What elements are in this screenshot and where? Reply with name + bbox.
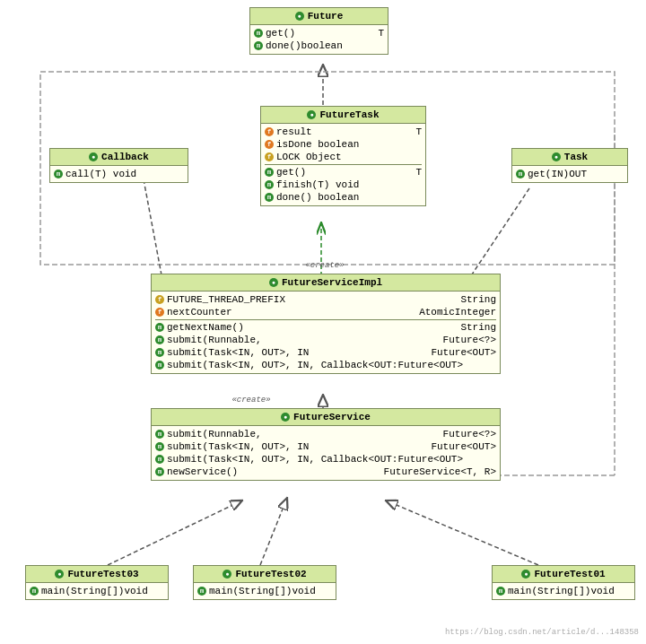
- ft03-method-1: m main(String[])void: [30, 585, 164, 597]
- task-icon: ●: [552, 152, 561, 161]
- futuretest03-class: ● FutureTest03 m main(String[])void: [25, 565, 169, 600]
- watermark: https://blog.csdn.net/article/d...148358: [445, 628, 639, 637]
- futuretest02-name: FutureTest02: [235, 569, 306, 579]
- fsi-method-2: m submit(Runnable, Future<?>: [155, 334, 496, 346]
- callback-header: ● Callback: [50, 149, 188, 166]
- futuretask-field-3: f LOCK Object: [265, 151, 422, 163]
- diagram-container: «create» «create» ● Future m get() T m d…: [0, 0, 646, 644]
- ft02-method-1: m main(String[])void: [197, 585, 332, 597]
- futuretest03-body: m main(String[])void: [26, 583, 168, 599]
- task-method-1: m get(IN)OUT: [516, 168, 624, 180]
- task-body: m get(IN)OUT: [512, 166, 627, 182]
- futureserviceimpl-body: f FUTURE_THREAD_PREFIX String f nextCoun…: [152, 292, 500, 373]
- task-name: Task: [564, 152, 588, 162]
- futuretest02-icon: ●: [223, 570, 231, 579]
- futuretest02-body: m main(String[])void: [194, 583, 336, 599]
- fs-method-2: m submit(Task<IN, OUT>, IN Future<OUT>: [155, 440, 496, 453]
- fs-method-1: m submit(Runnable, Future<?>: [155, 428, 496, 440]
- fs-method-4: m newService() FutureService<T, R>: [155, 466, 496, 478]
- svg-line-7: [108, 500, 242, 565]
- fs-method-3: m submit(Task<IN, OUT>, IN, Callback<OUT…: [155, 453, 496, 466]
- future-class: ● Future m get() T m done()boolean: [249, 7, 388, 55]
- futuretest03-name: FutureTest03: [67, 569, 138, 579]
- futuretask-header: ● FutureTask: [261, 107, 425, 124]
- futuretest01-name: FutureTest01: [534, 569, 605, 579]
- futureserviceimpl-class: ● FutureServiceImpl f FUTURE_THREAD_PREF…: [151, 274, 501, 374]
- futuretest03-header: ● FutureTest03: [26, 566, 168, 583]
- future-icon: ●: [295, 12, 304, 21]
- futureserviceimpl-header: ● FutureServiceImpl: [152, 274, 500, 292]
- futureservice-class: ● FutureService m submit(Runnable, Futur…: [151, 408, 501, 481]
- svg-line-8: [386, 500, 538, 565]
- futuretask-field-2: f isDone boolean: [265, 138, 422, 151]
- futuretask-method-3: m done() boolean: [265, 191, 422, 204]
- future-method-2: m done()boolean: [254, 39, 384, 52]
- svg-text:«create»: «create»: [305, 261, 344, 270]
- callback-method-1: m call(T) void: [54, 168, 184, 180]
- callback-name: Callback: [101, 152, 149, 162]
- future-body: m get() T m done()boolean: [250, 25, 388, 54]
- future-header: ● Future: [250, 8, 388, 25]
- futuretask-icon: ●: [307, 110, 316, 119]
- futuretest03-icon: ●: [55, 570, 64, 579]
- fsi-field-1: f FUTURE_THREAD_PREFIX String: [155, 293, 496, 306]
- futureservice-name: FutureService: [293, 412, 371, 422]
- task-header: ● Task: [512, 149, 627, 166]
- futuretest01-class: ● FutureTest01 m main(String[])void: [492, 565, 635, 600]
- futuretask-method-2: m finish(T) void: [265, 178, 422, 191]
- ft01-method-1: m main(String[])void: [496, 585, 631, 597]
- callback-class: ● Callback m call(T) void: [49, 148, 188, 183]
- fsi-method-3: m submit(Task<IN, OUT>, IN Future<OUT>: [155, 346, 496, 359]
- futuretest02-header: ● FutureTest02: [194, 566, 336, 583]
- futuretask-class: ● FutureTask f result T f isDone boolean…: [260, 106, 426, 206]
- fsi-field-2: f nextCounter AtomicInteger: [155, 306, 496, 318]
- futureservice-icon: ●: [281, 413, 290, 422]
- callback-body: m call(T) void: [50, 166, 188, 182]
- futuretest01-icon: ●: [521, 570, 530, 579]
- futureserviceimpl-name: FutureServiceImpl: [282, 277, 382, 288]
- futuretask-name: FutureTask: [319, 109, 379, 120]
- futuretask-method-1: m get() T: [265, 166, 422, 178]
- fsi-method-1: m getNextName() String: [155, 321, 496, 334]
- svg-text:«create»: «create»: [231, 396, 270, 405]
- task-class: ● Task m get(IN)OUT: [511, 148, 628, 183]
- futuretask-field-1: f result T: [265, 126, 422, 138]
- futuretest01-body: m main(String[])void: [493, 583, 634, 599]
- futureservice-body: m submit(Runnable, Future<?> m submit(Ta…: [152, 426, 500, 480]
- svg-line-6: [260, 498, 287, 565]
- future-name: Future: [308, 11, 344, 22]
- callback-icon: ●: [89, 152, 98, 161]
- futureservice-header: ● FutureService: [152, 409, 500, 426]
- fsi-method-4: m submit(Task<IN, OUT>, IN, Callback<OUT…: [155, 359, 496, 371]
- futureserviceimpl-icon: ●: [269, 278, 278, 287]
- futuretask-body: f result T f isDone boolean f LOCK Objec…: [261, 124, 425, 205]
- futuretest02-class: ● FutureTest02 m main(String[])void: [193, 565, 336, 600]
- future-method-1: m get() T: [254, 27, 384, 39]
- futuretest01-header: ● FutureTest01: [493, 566, 634, 583]
